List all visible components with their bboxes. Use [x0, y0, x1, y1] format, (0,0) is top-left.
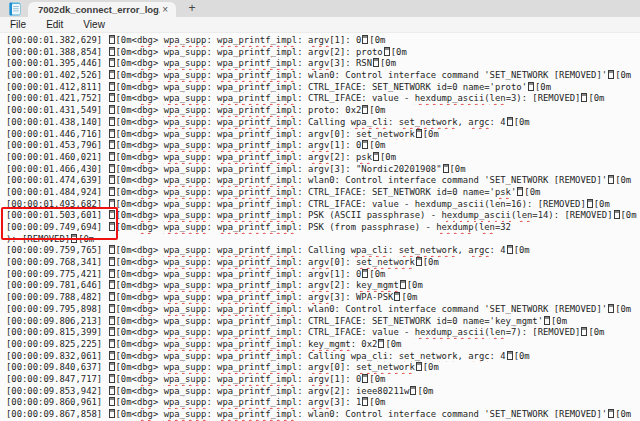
esc-control-glyph [109, 93, 115, 102]
esc-control-glyph [109, 117, 115, 126]
esc-control-glyph [109, 164, 115, 173]
esc-control-glyph [109, 199, 115, 208]
menu-item-view[interactable]: View [73, 17, 115, 32]
esc-control-glyph [109, 35, 115, 44]
log-line: [00:00:01.402,526] [0m<dbg> wpa_supp: wp… [6, 70, 640, 82]
log-line: [00:00:01.412,811] [0m<dbg> wpa_supp: wp… [6, 82, 640, 94]
log-line: [00:00:01.431,549] [0m<dbg> wpa_supp: wp… [6, 105, 640, 117]
esc-control-glyph [109, 327, 115, 336]
tab-log-file[interactable]: 7002dk_connect_error_log.txt × [28, 2, 176, 17]
esc-control-glyph [109, 362, 115, 371]
log-line: ): [REMOVED][0m [6, 234, 640, 246]
log-line: [00:00:09.781,646] [0m<dbg> wpa_supp: wp… [6, 280, 640, 292]
esc-control-glyph [362, 397, 368, 406]
menu-item-edit[interactable]: Edit [36, 17, 73, 32]
log-line: [00:00:01.446,716] [0m<dbg> wpa_supp: wp… [6, 129, 640, 141]
esc-control-glyph [378, 339, 384, 348]
esc-control-glyph [109, 351, 115, 360]
esc-control-glyph [109, 280, 115, 289]
esc-control-glyph [614, 210, 620, 219]
close-tab-icon[interactable]: × [160, 4, 170, 15]
log-line: [00:00:09.806,213] [0m<dbg> wpa_supp: wp… [6, 316, 640, 328]
log-line: [00:00:09.867,858] [0m<dbg> wpa_supp: wp… [6, 409, 640, 421]
menu-item-file[interactable]: File [0, 17, 36, 32]
log-line: [00:00:09.749,694] [0m<dbg> wpa_supp: wp… [6, 222, 640, 234]
log-line: [00:00:01.438,140] [0m<dbg> wpa_supp: wp… [6, 117, 640, 129]
tab-bar: 7002dk_connect_error_log.txt × + [0, 0, 640, 17]
notepad-window: 7002dk_connect_error_log.txt × + FileEdi… [0, 0, 640, 421]
log-line: [00:00:01.466,430] [0m<dbg> wpa_supp: wp… [6, 164, 640, 176]
new-tab-icon[interactable]: + [184, 1, 200, 16]
tab-title: 7002dk_connect_error_log.txt [38, 4, 160, 15]
esc-control-glyph [507, 245, 513, 254]
esc-control-glyph [109, 58, 115, 67]
esc-control-glyph [109, 386, 115, 395]
log-line: [00:00:09.832,061] [0m<dbg> wpa_supp: wp… [6, 351, 640, 363]
esc-control-glyph [109, 245, 115, 254]
log-line: [00:00:01.395,446] [0m<dbg> wpa_supp: wp… [6, 58, 640, 70]
esc-control-glyph [507, 117, 513, 126]
esc-control-glyph [373, 58, 379, 67]
esc-control-glyph [544, 316, 550, 325]
esc-control-glyph [416, 362, 422, 371]
log-line: [00:00:09.775,421] [0m<dbg> wpa_supp: wp… [6, 269, 640, 281]
esc-control-glyph [109, 397, 115, 406]
esc-control-glyph [109, 210, 115, 219]
esc-control-glyph [109, 222, 115, 231]
esc-control-glyph [109, 257, 115, 266]
menu-bar: FileEditView [0, 17, 640, 33]
log-line: [00:00:09.795,898] [0m<dbg> wpa_supp: wp… [6, 304, 640, 316]
log-line: [00:00:01.453,796] [0m<dbg> wpa_supp: wp… [6, 140, 640, 152]
log-line: [00:00:09.840,637] [0m<dbg> wpa_supp: wp… [6, 362, 640, 374]
esc-control-glyph [581, 327, 587, 336]
esc-control-glyph [109, 187, 115, 196]
esc-control-glyph [507, 351, 513, 360]
esc-control-glyph [109, 339, 115, 348]
log-line: [00:00:01.503,601] [0m<dbg> wpa_supp: wp… [6, 210, 640, 222]
esc-control-glyph [517, 187, 523, 196]
esc-control-glyph [394, 292, 400, 301]
esc-control-glyph [109, 105, 115, 114]
esc-control-glyph [416, 257, 422, 266]
text-editor[interactable]: [00:00:01.382,629] [0m<dbg> wpa_supp: wp… [0, 33, 640, 421]
log-line: [00:00:01.388,854] [0m<dbg> wpa_supp: wp… [6, 47, 640, 59]
log-line: [00:00:09.825,225] [0m<dbg> wpa_supp: wp… [6, 339, 640, 351]
esc-control-glyph [373, 152, 379, 161]
esc-control-glyph [109, 47, 115, 56]
log-line: [00:00:09.815,399] [0m<dbg> wpa_supp: wp… [6, 327, 640, 339]
esc-control-glyph [587, 199, 593, 208]
esc-control-glyph [400, 280, 406, 289]
log-line: [00:00:09.847,717] [0m<dbg> wpa_supp: wp… [6, 374, 640, 386]
esc-control-glyph [109, 82, 115, 91]
esc-control-glyph [109, 129, 115, 138]
esc-control-glyph [109, 374, 115, 383]
esc-control-glyph [109, 70, 115, 79]
esc-control-glyph [608, 304, 614, 313]
esc-control-glyph [71, 234, 77, 243]
esc-control-glyph [109, 152, 115, 161]
esc-control-glyph [109, 304, 115, 313]
esc-control-glyph [109, 316, 115, 325]
esc-control-glyph [384, 47, 390, 56]
notepad-app-icon [8, 2, 22, 16]
log-line: [00:00:01.493,682] [0m<dbg> wpa_supp: wp… [6, 199, 640, 211]
esc-control-glyph [109, 269, 115, 278]
log-line: [00:00:01.474,639] [0m<dbg> wpa_supp: wp… [6, 175, 640, 187]
esc-control-glyph [581, 93, 587, 102]
esc-control-glyph [362, 374, 368, 383]
log-line: [00:00:09.759,765] [0m<dbg> wpa_supp: wp… [6, 245, 640, 257]
esc-control-glyph [109, 175, 115, 184]
esc-control-glyph [443, 164, 449, 173]
esc-control-glyph [362, 269, 368, 278]
esc-control-glyph [528, 82, 534, 91]
log-line: [00:00:01.421,752] [0m<dbg> wpa_supp: wp… [6, 93, 640, 105]
esc-control-glyph [109, 409, 115, 418]
esc-control-glyph [608, 175, 614, 184]
esc-control-glyph [608, 409, 614, 418]
log-line: [00:00:01.382,629] [0m<dbg> wpa_supp: wp… [6, 35, 640, 47]
esc-control-glyph [109, 140, 115, 149]
esc-control-glyph [416, 129, 422, 138]
log-line: [00:00:09.853,942] [0m<dbg> wpa_supp: wp… [6, 386, 640, 398]
log-line: [00:00:09.860,961] [0m<dbg> wpa_supp: wp… [6, 397, 640, 409]
log-line: [00:00:09.788,482] [0m<dbg> wpa_supp: wp… [6, 292, 640, 304]
